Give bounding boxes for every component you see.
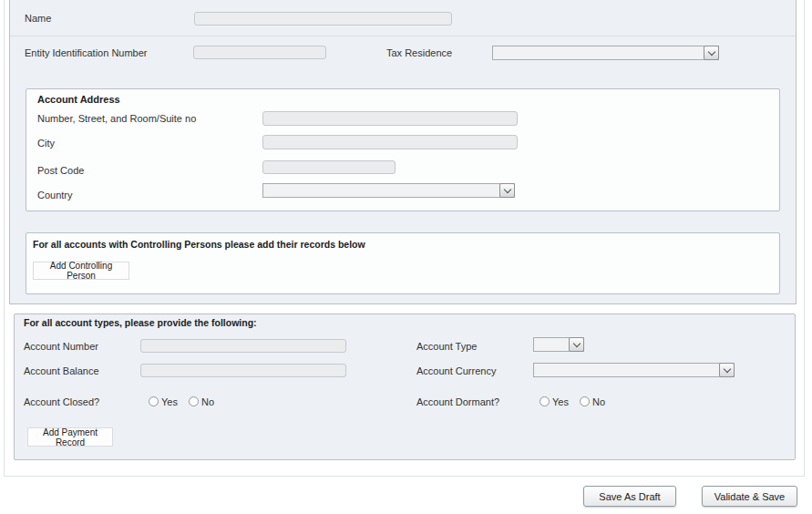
account-closed-label: Account Closed?	[24, 396, 99, 408]
city-input[interactable]	[262, 135, 518, 149]
account-type-select[interactable]	[533, 337, 584, 352]
account-currency-dropdown-button[interactable]	[719, 363, 735, 377]
account-details-section: For all account types, please provide th…	[14, 314, 796, 460]
postcode-label: Post Code	[37, 165, 84, 177]
chevron-down-icon	[572, 339, 580, 346]
entity-account-form-page: Name Entity Identification Number Tax Re…	[0, 0, 812, 514]
add-controlling-person-button[interactable]: Add Controlling Person	[33, 262, 129, 280]
save-as-draft-button[interactable]: Save As Draft	[583, 486, 676, 507]
account-closed-no-label[interactable]: No	[201, 396, 214, 408]
account-dormant-yes-label[interactable]: Yes	[552, 396, 569, 408]
postcode-input[interactable]	[262, 160, 396, 174]
entity-form-panel: Name Entity Identification Number Tax Re…	[9, 0, 797, 304]
account-address-section: Account Address Number, Street, and Room…	[26, 88, 780, 211]
account-dormant-no-label[interactable]: No	[592, 396, 605, 408]
country-label: Country	[37, 190, 73, 201]
chevron-down-icon	[723, 365, 730, 372]
account-number-input[interactable]	[140, 339, 346, 353]
validate-and-save-button[interactable]: Validate & Save	[702, 486, 797, 507]
tax-residence-dropdown-button[interactable]	[704, 46, 719, 60]
add-payment-record-button[interactable]: Add Payment Record	[27, 427, 113, 447]
country-select[interactable]	[262, 183, 515, 198]
account-balance-label: Account Balance	[24, 365, 99, 377]
name-input[interactable]	[194, 12, 452, 26]
account-details-title: For all account types, please provide th…	[24, 317, 257, 329]
account-closed-yes-radio[interactable]	[149, 396, 159, 406]
account-currency-label: Account Currency	[416, 365, 496, 377]
tax-residence-label: Tax Residence	[386, 47, 452, 59]
controlling-persons-section: For all accounts with Controlling Person…	[26, 232, 780, 294]
account-type-label: Account Type	[416, 341, 477, 353]
street-label: Number, Street, and Room/Suite no	[37, 113, 196, 125]
account-address-title: Account Address	[37, 94, 120, 106]
tax-residence-select[interactable]	[492, 46, 719, 60]
chevron-down-icon	[503, 185, 510, 192]
street-input[interactable]	[262, 111, 518, 126]
account-type-dropdown-button[interactable]	[569, 337, 584, 352]
account-balance-input[interactable]	[140, 364, 346, 377]
account-currency-select[interactable]	[533, 363, 735, 377]
city-label: City	[37, 138, 55, 149]
account-dormant-yes-radio[interactable]	[540, 396, 550, 406]
account-dormant-no-radio[interactable]	[580, 396, 590, 406]
name-label: Name	[25, 13, 51, 25]
country-dropdown-button[interactable]	[499, 183, 515, 198]
chevron-down-icon	[707, 47, 714, 55]
controlling-persons-instruction: For all accounts with Controlling Person…	[33, 239, 365, 251]
row-divider	[10, 36, 796, 36]
account-number-label: Account Number	[24, 341, 98, 353]
account-closed-yes-label[interactable]: Yes	[161, 396, 178, 408]
ein-label: Entity Identification Number	[25, 47, 148, 59]
ein-input[interactable]	[193, 46, 326, 59]
account-closed-no-radio[interactable]	[189, 396, 199, 406]
account-dormant-label: Account Dormant?	[416, 396, 499, 408]
